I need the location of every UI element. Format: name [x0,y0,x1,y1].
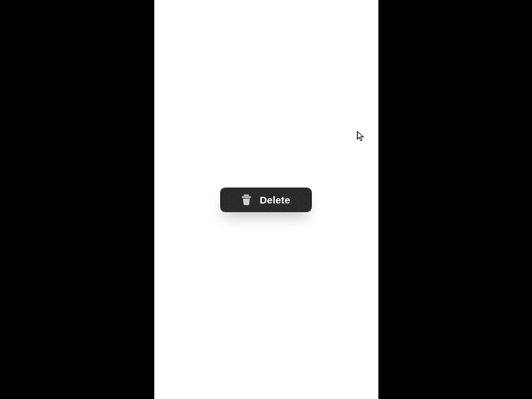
delete-button[interactable]: Delete [220,188,311,212]
content-panel: Delete [154,0,378,399]
delete-button-label: Delete [259,194,290,205]
svg-rect-1 [242,196,251,198]
svg-rect-0 [244,194,249,196]
trash-icon [241,194,251,205]
